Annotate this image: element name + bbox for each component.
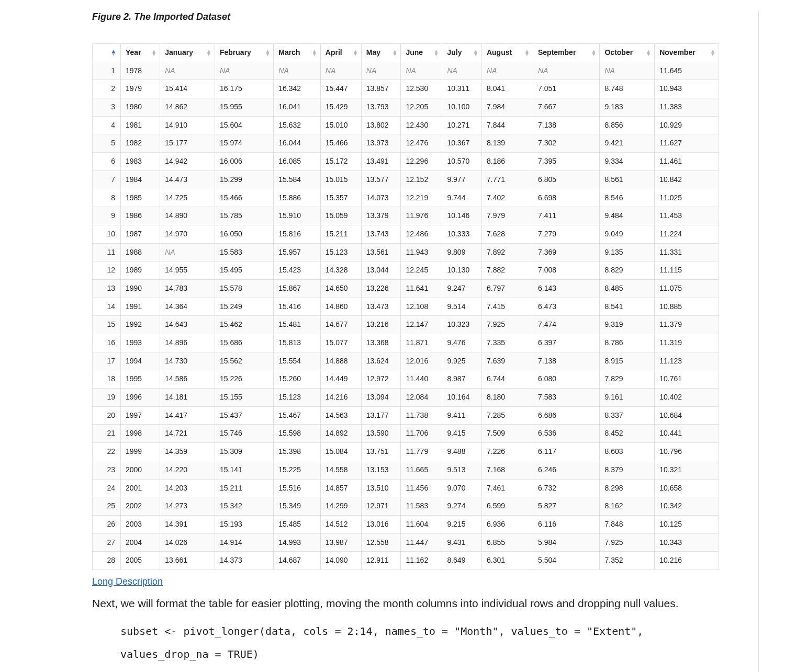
column-header-august[interactable]: August▲▼	[481, 44, 533, 62]
column-header-label: February	[220, 48, 251, 56]
cell: 15.955	[215, 98, 273, 117]
column-header-index[interactable]: ▲▼	[93, 44, 121, 62]
table-row: 5198215.17715.97416.04415.46613.97312.47…	[93, 134, 719, 153]
column-header-label: October	[604, 48, 633, 56]
cell: 1990	[121, 279, 160, 298]
cell: 15.423	[274, 261, 320, 280]
cell: 15.226	[215, 370, 273, 389]
cell: 8.485	[600, 279, 655, 298]
column-header-april[interactable]: April▲▼	[320, 44, 361, 62]
cell: 7.925	[481, 316, 533, 334]
cell: 10.885	[655, 298, 719, 316]
cell: NA	[533, 62, 600, 80]
cell: 15.554	[274, 352, 320, 370]
cell: 14.650	[320, 279, 361, 298]
cell: 15.974	[215, 134, 273, 153]
cell: 15.466	[320, 134, 361, 153]
row-number: 28	[93, 552, 121, 570]
cell: 14.273	[160, 497, 215, 516]
cell: 12.016	[401, 352, 442, 370]
cell: 11.383	[655, 98, 719, 117]
cell: 16.342	[274, 80, 320, 98]
cell: 15.886	[274, 189, 320, 207]
column-header-label: March	[278, 48, 300, 56]
cell: 10.842	[655, 170, 719, 189]
column-header-label: July	[447, 48, 462, 56]
code-block-1: subset <- pivot_longer(data, cols = 2:14…	[120, 620, 719, 666]
column-header-year[interactable]: Year▲▼	[121, 44, 160, 62]
cell: 2002	[121, 497, 160, 516]
cell: 13.987	[320, 533, 361, 552]
cell: 12.147	[401, 316, 442, 334]
cell: 14.783	[160, 279, 215, 298]
cell: 15.583	[215, 243, 273, 261]
cell: 14.473	[160, 170, 215, 189]
cell: 11.943	[401, 243, 442, 261]
cell: 11.123	[655, 352, 719, 370]
table-row: 27200414.02614.91414.99313.98712.55811.4…	[93, 533, 719, 552]
column-header-may[interactable]: May▲▼	[361, 44, 401, 62]
cell: 9.049	[600, 225, 655, 243]
sort-icon: ▲▼	[591, 50, 597, 56]
cell: 15.141	[215, 461, 273, 479]
cell: 6.116	[533, 515, 600, 533]
cell: 14.687	[274, 552, 320, 570]
cell: 14.970	[160, 225, 215, 243]
cell: 8.186	[481, 153, 533, 171]
cell: 13.153	[361, 461, 401, 479]
cell: 14.993	[274, 533, 320, 552]
cell: 1987	[121, 225, 160, 243]
cell: 15.015	[320, 170, 361, 189]
cell: 1986	[121, 207, 160, 225]
cell: NA	[401, 62, 442, 80]
cell: 13.094	[361, 389, 401, 407]
cell: 7.628	[481, 225, 533, 243]
cell: 14.910	[160, 116, 215, 134]
cell: 16.050	[215, 225, 273, 243]
cell: 14.563	[320, 406, 361, 425]
column-header-july[interactable]: July▲▼	[442, 44, 482, 62]
cell: 10.146	[442, 207, 482, 225]
cell: 13.368	[361, 334, 401, 352]
long-description-link[interactable]: Long Description	[92, 576, 163, 587]
cell: 14.203	[160, 479, 215, 497]
cell: 7.461	[481, 479, 533, 497]
cell: 10.342	[655, 497, 719, 516]
column-header-june[interactable]: June▲▼	[401, 44, 442, 62]
cell: 1994	[121, 352, 160, 370]
cell: 13.473	[361, 298, 401, 316]
cell: 1979	[121, 80, 160, 98]
cell: 15.447	[320, 80, 361, 98]
cell: 6.117	[533, 443, 600, 461]
column-header-november[interactable]: November▲▼	[655, 44, 719, 62]
cell: 13.561	[361, 243, 401, 261]
sort-icon: ▲▼	[434, 50, 439, 56]
row-number: 2	[93, 80, 121, 98]
cell: 13.510	[361, 479, 401, 497]
cell: 7.667	[533, 98, 600, 117]
cell: 14.721	[160, 425, 215, 443]
cell: 11.331	[655, 243, 719, 261]
cell: 11.641	[401, 279, 442, 298]
cell: 14.449	[320, 370, 361, 389]
cell: NA	[481, 62, 533, 80]
cell: 9.411	[442, 406, 482, 425]
cell: 10.100	[442, 98, 482, 117]
cell: 9.925	[442, 352, 482, 370]
column-header-march[interactable]: March▲▼	[274, 44, 320, 62]
cell: 12.558	[361, 533, 401, 552]
column-header-january[interactable]: January▲▼	[160, 44, 215, 62]
column-header-september[interactable]: September▲▼	[533, 44, 600, 62]
column-header-february[interactable]: February▲▼	[215, 44, 273, 62]
cell: 14.299	[320, 497, 361, 516]
data-table-container: ▲▼Year▲▼January▲▼February▲▼March▲▼April▲…	[92, 43, 719, 570]
cell: 6.744	[481, 370, 533, 389]
cell: 15.010	[320, 116, 361, 134]
cell: 6.536	[533, 425, 600, 443]
cell: 7.892	[481, 243, 533, 261]
cell: 12.152	[401, 170, 442, 189]
cell: 15.155	[215, 389, 273, 407]
cell: 12.972	[361, 370, 401, 389]
cell: 12.108	[401, 298, 442, 316]
column-header-october[interactable]: October▲▼	[600, 44, 655, 62]
